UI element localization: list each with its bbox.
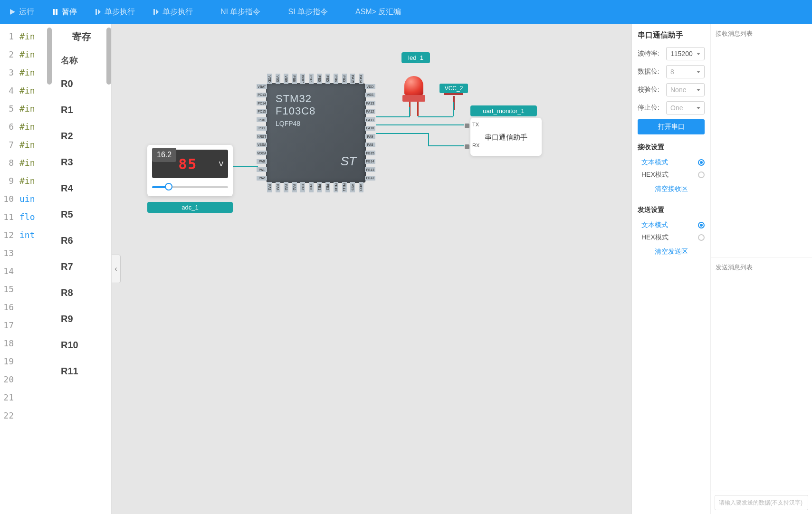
adc-slider-thumb[interactable] [165, 183, 172, 190]
register-row[interactable]: R5 [52, 201, 111, 228]
chip-pin-PB0[interactable]: PB0 [309, 182, 314, 192]
code-line[interactable]: #in [19, 154, 52, 172]
register-row[interactable]: R3 [52, 149, 111, 175]
toolbar-stepsi[interactable]: SI 单步指令 [274, 5, 332, 19]
code-line[interactable]: int [19, 226, 52, 244]
chip-pin-PB6[interactable]: PB6 [317, 74, 322, 84]
open-port-button[interactable]: 打开串口 [638, 119, 705, 134]
chip-pin-VDDA[interactable]: VDDA [257, 151, 267, 155]
chip-pin-PA11[interactable]: PA11 [365, 117, 375, 122]
uart-monitor-block[interactable]: TX RX 串口通信助手 [470, 118, 542, 156]
chip-pin-NRST[interactable]: NRST [257, 134, 267, 139]
chip-pin-PA8[interactable]: PA8 [365, 143, 375, 147]
vcc-component[interactable]: VCC_2 [439, 84, 468, 110]
register-row[interactable]: R7 [52, 254, 111, 280]
register-row[interactable]: R4 [52, 175, 111, 201]
chip-pin-PA12[interactable]: PA12 [365, 109, 375, 114]
chip-pin-PB7[interactable]: PB7 [309, 74, 314, 84]
chip-pin-PB2[interactable]: PB2 [325, 182, 330, 192]
code-editor[interactable]: 12345678910111213141516171819202122 #in#… [0, 24, 52, 514]
register-row[interactable]: R2 [52, 123, 111, 149]
adc-component[interactable]: 16.2 85 V [147, 145, 233, 196]
code-line[interactable]: #in [19, 118, 52, 136]
rx-mode-hex-label[interactable]: HEX模式 [641, 171, 669, 179]
tx-mode-hex-label[interactable]: HEX模式 [641, 233, 669, 242]
editor-scrollbar[interactable] [47, 28, 52, 85]
chip-pin-PD1[interactable]: PD1 [257, 126, 267, 131]
rx-message-area[interactable] [711, 41, 812, 257]
chip-pin-PB10[interactable]: PB10 [334, 182, 338, 192]
toolbar-asm[interactable]: ASM> 反汇编 [341, 5, 405, 19]
chip-pin-VBAT[interactable]: VBAT [257, 84, 267, 89]
toolbar-run[interactable]: 运行 [5, 5, 38, 19]
chip-pin-VSS[interactable]: VSS [276, 74, 280, 84]
toolbar-step2[interactable]: 单步执行 [148, 5, 197, 19]
chip-pin-PC15[interactable]: PC15 [257, 109, 267, 114]
chip-pin-PA4[interactable]: PA4 [276, 182, 280, 192]
chip-pin-PA0[interactable]: PA0 [257, 159, 267, 164]
chip-pin-VB9[interactable]: VB9 [284, 74, 288, 84]
code-line[interactable]: flo [19, 208, 52, 226]
mcu-chip[interactable]: STM32 F103C8 LQFP48 ST VBATPC13PC14PC15P… [257, 74, 375, 192]
tx-mode-hex-radio[interactable] [698, 234, 705, 241]
collapse-left-handle[interactable]: ‹ [112, 255, 121, 283]
clear-tx-button[interactable]: 清空发送区 [638, 244, 705, 260]
chip-pin-PA7[interactable]: PA7 [300, 182, 305, 192]
code-line[interactable]: uin [19, 190, 52, 208]
code-line[interactable]: #in [19, 82, 52, 100]
register-row[interactable]: R11 [52, 358, 111, 384]
chip-pin-PA5[interactable]: PA5 [284, 182, 288, 192]
uart-monitor-label[interactable]: uart_monitor_1 [470, 105, 537, 116]
chip-pin-PC13[interactable]: PC13 [257, 93, 267, 97]
rx-mode-text-radio[interactable] [698, 159, 705, 166]
register-row[interactable]: R6 [52, 228, 111, 254]
simulation-canvas[interactable]: ‹ 16.2 85 V adc_1 STM32 F103C8 LQFP48 [112, 24, 631, 514]
chip-pin-PA13[interactable]: PA13 [365, 101, 375, 105]
chip-pin-PB15[interactable]: PB15 [365, 151, 375, 155]
tx-input[interactable] [715, 495, 808, 510]
toolbar-step1[interactable]: 单步执行 [90, 5, 139, 19]
chip-pin-B007[interactable]: B007 [300, 74, 305, 84]
code-line[interactable]: #in [19, 100, 52, 118]
chip-pin-PB4[interactable]: PB4 [334, 74, 338, 84]
chip-pin-PC14[interactable]: PC14 [257, 101, 267, 105]
adc-label[interactable]: adc_1 [147, 202, 233, 213]
chip-pin-PA3[interactable]: PA3 [267, 182, 272, 192]
toolbar-pause[interactable]: 暂停 [48, 5, 81, 19]
tx-mode-text-radio[interactable] [698, 222, 705, 228]
chip-pin-PB12[interactable]: PB12 [365, 176, 375, 181]
rx-mode-hex-radio[interactable] [698, 171, 705, 178]
chip-pin-PA14[interactable]: PA14 [359, 74, 363, 84]
databits-select[interactable]: 8 [666, 65, 705, 78]
chip-pin-VDD[interactable]: VDD [365, 84, 375, 89]
toolbar-stepni[interactable]: NI 单步指令 [206, 5, 264, 19]
chip-pin-PA2[interactable]: PA2 [257, 176, 267, 181]
chip-pin-VSSA[interactable]: VSSA [257, 143, 267, 147]
register-row[interactable]: R10 [52, 332, 111, 358]
chip-pin-PA6[interactable]: PA6 [292, 182, 297, 192]
chip-pin-PA9[interactable]: PA9 [365, 134, 375, 139]
code-line[interactable]: #in [19, 172, 52, 190]
chip-pin-PB11[interactable]: PB11 [342, 182, 347, 192]
led-label[interactable]: led_1 [401, 52, 430, 63]
chip-pin-VSS[interactable]: VSS [365, 93, 375, 97]
tx-mode-text-label[interactable]: 文本模式 [641, 221, 668, 229]
clear-rx-button[interactable]: 清空接收区 [638, 181, 705, 197]
register-row[interactable]: R1 [52, 97, 111, 123]
register-row[interactable]: R0 [52, 71, 111, 97]
chip-pin-PD0[interactable]: PD0 [257, 117, 267, 122]
chip-pin-PA15[interactable]: PA15 [350, 74, 355, 84]
tx-message-area[interactable] [711, 275, 812, 491]
baud-select[interactable]: 115200 [666, 47, 705, 60]
register-row[interactable]: R9 [52, 306, 111, 332]
rx-mode-text-label[interactable]: 文本模式 [641, 158, 668, 167]
register-row[interactable]: R8 [52, 280, 111, 306]
chip-pin-PA1[interactable]: PA1 [257, 167, 267, 172]
parity-select[interactable]: None [666, 83, 705, 96]
chip-pin-PB13[interactable]: PB13 [365, 167, 375, 172]
chip-pin-PB1[interactable]: PB1 [317, 182, 322, 192]
chip-pin-PB5[interactable]: PB5 [325, 74, 330, 84]
registers-scrollbar[interactable] [106, 28, 111, 85]
chip-pin-PB3[interactable]: PB3 [342, 74, 347, 84]
chip-pin-PB8[interactable]: PB8 [292, 74, 297, 84]
